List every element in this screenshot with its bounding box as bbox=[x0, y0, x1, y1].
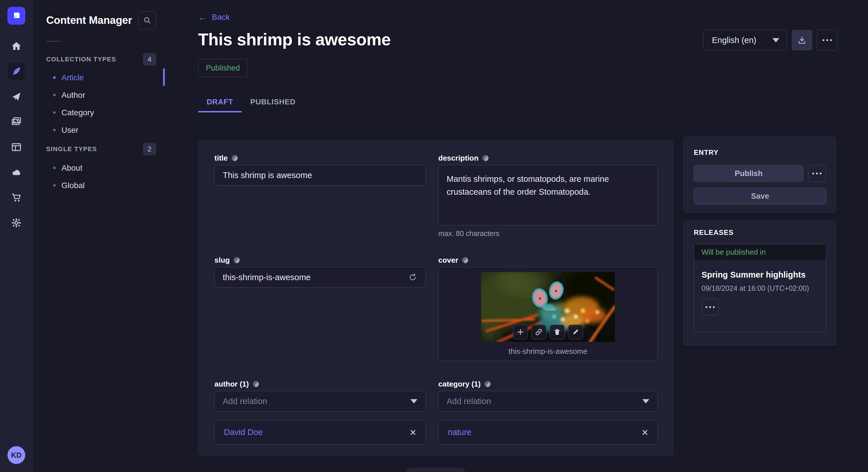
globe-icon bbox=[482, 155, 489, 162]
regenerate-icon[interactable] bbox=[408, 273, 417, 282]
back-arrow-icon: ← bbox=[198, 12, 207, 22]
pencil-icon bbox=[572, 328, 579, 336]
media-library-icon[interactable] bbox=[8, 113, 25, 130]
field-label: description bbox=[438, 154, 478, 163]
globe-icon bbox=[231, 155, 238, 162]
field-label: title bbox=[214, 154, 228, 163]
home-icon[interactable] bbox=[8, 38, 25, 55]
author-relation-select[interactable]: Add relation bbox=[214, 391, 426, 411]
globe-icon bbox=[462, 257, 469, 264]
globe-icon bbox=[252, 380, 259, 388]
release-more-button[interactable] bbox=[702, 299, 719, 315]
field-description: description Mantis shrimps, or stomatopo… bbox=[438, 154, 658, 238]
releases-panel: RELEASES Will be published in Spring Sum… bbox=[683, 220, 836, 346]
deploy-cloud-icon[interactable] bbox=[8, 164, 25, 181]
content-manager-sidebar: Content Manager COLLECTION TYPES 4 Artic… bbox=[33, 0, 166, 472]
more-icon bbox=[812, 173, 822, 174]
more-actions-button[interactable] bbox=[817, 30, 838, 50]
remove-relation-icon[interactable]: × bbox=[410, 427, 416, 438]
tab-draft[interactable]: DRAFT bbox=[198, 91, 242, 112]
strapi-logo[interactable] bbox=[7, 7, 25, 25]
entry-panel: ENTRY Publish Save bbox=[683, 137, 836, 213]
back-link[interactable]: ← Back bbox=[198, 12, 229, 22]
sidebar-title: Content Manager bbox=[46, 14, 132, 26]
nav-rail: KD bbox=[0, 0, 33, 472]
releases-icon[interactable] bbox=[8, 88, 25, 105]
slug-input[interactable] bbox=[223, 273, 408, 282]
delete-asset-button[interactable] bbox=[550, 325, 565, 339]
title-input[interactable] bbox=[223, 171, 417, 180]
relation-link[interactable]: David Doe bbox=[224, 428, 262, 437]
copy-link-button[interactable] bbox=[531, 325, 546, 339]
collapsed-bottom-button[interactable] bbox=[406, 467, 466, 472]
rail-divider bbox=[0, 32, 33, 32]
bullet-icon bbox=[53, 129, 56, 131]
marketplace-cart-icon[interactable] bbox=[8, 189, 25, 206]
sidebar-divider bbox=[46, 41, 60, 42]
sidebar-item-article[interactable]: Article bbox=[33, 69, 165, 86]
user-avatar[interactable]: KD bbox=[7, 446, 25, 464]
bullet-icon bbox=[53, 184, 56, 187]
count-badge: 4 bbox=[143, 53, 156, 66]
field-label: cover bbox=[438, 256, 458, 265]
sidebar-item-user[interactable]: User bbox=[33, 121, 165, 139]
back-label: Back bbox=[212, 12, 229, 22]
page-title: This shrimp is awesome bbox=[198, 30, 391, 49]
rail-bottom-divider bbox=[0, 438, 33, 439]
single-types-list: About Global bbox=[33, 159, 165, 194]
export-button[interactable] bbox=[792, 30, 812, 50]
description-helper: max. 80 characters bbox=[438, 229, 658, 238]
strapi-logo-glyph bbox=[11, 11, 21, 21]
cover-asset-card: this-shrimp-is-awesome bbox=[438, 267, 658, 361]
sidebar-item-global[interactable]: Global bbox=[33, 177, 165, 194]
search-button[interactable] bbox=[138, 11, 156, 29]
author-relation-item: David Doe × bbox=[214, 420, 426, 444]
field-slug: slug bbox=[214, 256, 426, 361]
chevron-down-icon bbox=[772, 38, 779, 42]
tab-published[interactable]: PUBLISHED bbox=[242, 91, 304, 112]
edit-asset-button[interactable] bbox=[568, 325, 583, 339]
bullet-icon bbox=[53, 76, 56, 79]
field-label: slug bbox=[214, 256, 229, 265]
content-type-builder-icon[interactable] bbox=[8, 139, 25, 156]
field-label: category (1) bbox=[438, 380, 480, 389]
bullet-icon bbox=[53, 167, 56, 169]
settings-gear-icon[interactable] bbox=[8, 214, 25, 231]
field-label: author (1) bbox=[214, 380, 249, 389]
releases-panel-title: RELEASES bbox=[694, 229, 826, 237]
description-textarea[interactable]: Mantis shrimps, or stomatopods, are mari… bbox=[438, 165, 658, 225]
globe-icon bbox=[233, 257, 240, 264]
release-status: Will be published in bbox=[694, 244, 826, 260]
bullet-icon bbox=[53, 94, 56, 96]
cover-image[interactable] bbox=[481, 272, 615, 342]
sidebar-item-author[interactable]: Author bbox=[33, 86, 165, 104]
sidebar-item-category[interactable]: Category bbox=[33, 104, 165, 121]
sidebar-scrollbar[interactable] bbox=[163, 68, 165, 86]
release-date: 09/18/2024 at 16:00 (UTC+02:00) bbox=[702, 284, 818, 293]
search-icon bbox=[143, 16, 151, 24]
strapi-admin: KD Content Manager COLLECTION TYPES 4 Ar… bbox=[0, 0, 868, 472]
category-relation-select[interactable]: Add relation bbox=[438, 391, 658, 411]
release-card: Will be published in Spring Summer highl… bbox=[694, 244, 826, 332]
version-tabs: DRAFT PUBLISHED bbox=[198, 91, 304, 112]
collection-types-header: COLLECTION TYPES 4 bbox=[46, 53, 156, 66]
trash-icon bbox=[553, 328, 561, 336]
rail-nav bbox=[0, 38, 33, 240]
locale-select[interactable]: English (en) bbox=[703, 30, 787, 50]
category-relation-item: nature × bbox=[438, 420, 658, 444]
status-badge: Published bbox=[198, 59, 248, 77]
plus-icon bbox=[517, 328, 524, 336]
link-icon bbox=[535, 328, 542, 336]
cover-caption: this-shrimp-is-awesome bbox=[508, 347, 588, 356]
field-cover: cover bbox=[438, 256, 658, 361]
remove-relation-icon[interactable]: × bbox=[642, 427, 648, 438]
publish-button[interactable]: Publish bbox=[694, 165, 803, 182]
sidebar-item-about[interactable]: About bbox=[33, 159, 165, 177]
save-button[interactable]: Save bbox=[694, 188, 826, 204]
relation-link[interactable]: nature bbox=[448, 428, 471, 437]
globe-icon bbox=[484, 380, 491, 388]
content-manager-icon[interactable] bbox=[8, 63, 25, 80]
add-asset-button[interactable] bbox=[513, 325, 528, 339]
section-label: COLLECTION TYPES bbox=[46, 56, 116, 63]
entry-more-button[interactable] bbox=[808, 165, 826, 182]
